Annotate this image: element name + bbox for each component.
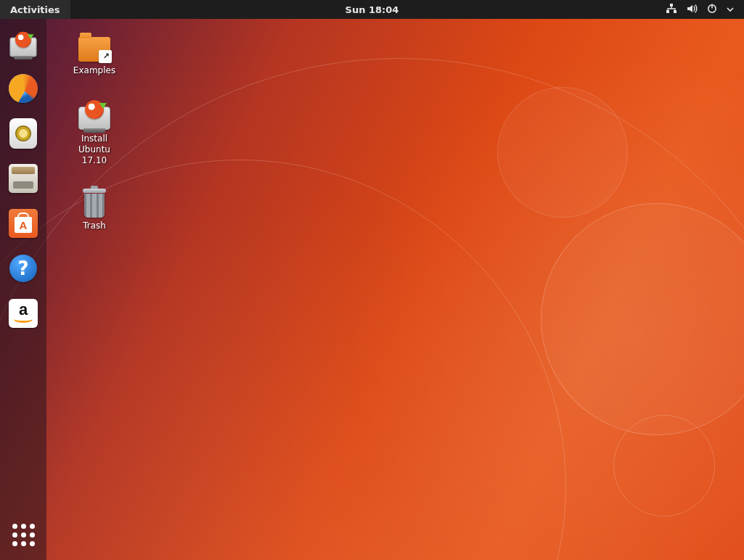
files-icon (9, 164, 38, 193)
install-ubuntu-icon (77, 97, 112, 132)
dock-item-firefox[interactable] (6, 71, 41, 106)
volume-icon (686, 3, 698, 17)
desktop-icon-trash[interactable]: Trash (65, 184, 123, 231)
trash-icon (77, 184, 112, 219)
dock-item-install-ubuntu[interactable] (6, 26, 41, 61)
svg-rect-1 (666, 10, 669, 13)
show-applications-button[interactable] (8, 519, 38, 550)
firefox-icon (9, 74, 38, 103)
dock-item-ubuntu-software[interactable]: A (6, 206, 41, 241)
desktop-icon-examples[interactable]: ↗ Examples (65, 29, 123, 76)
folder-icon: ↗ (77, 29, 112, 64)
network-icon (666, 3, 677, 17)
dock: A ? a (0, 19, 46, 560)
rhythmbox-icon (9, 118, 37, 149)
amazon-icon: a (9, 299, 38, 328)
ubuntu-software-icon: A (9, 209, 38, 238)
desktop-icon-label: Examples (73, 65, 115, 76)
svg-rect-2 (674, 10, 676, 13)
clock[interactable]: Sun 18:04 (338, 0, 406, 19)
desktop[interactable]: ↗ Examples Install Ubuntu 17.10 Trash (46, 19, 744, 560)
svg-rect-0 (670, 4, 673, 7)
top-panel: Activities Sun 18:04 (0, 0, 744, 19)
chevron-down-icon (727, 4, 734, 15)
help-icon: ? (9, 255, 37, 282)
desktop-icon-install-ubuntu[interactable]: Install Ubuntu 17.10 (65, 97, 123, 166)
install-ubuntu-icon (9, 37, 36, 57)
dock-item-files[interactable] (6, 161, 41, 196)
svg-rect-4 (711, 4, 713, 8)
dock-item-amazon[interactable]: a (6, 296, 41, 331)
power-icon (706, 3, 718, 17)
desktop-icon-label: Install Ubuntu 17.10 (65, 133, 123, 166)
desktop-icon-label: Trash (83, 221, 106, 231)
dock-item-help[interactable]: ? (6, 251, 41, 286)
dock-item-rhythmbox[interactable] (6, 116, 41, 151)
system-tray[interactable] (666, 0, 744, 19)
activities-button[interactable]: Activities (0, 0, 70, 19)
